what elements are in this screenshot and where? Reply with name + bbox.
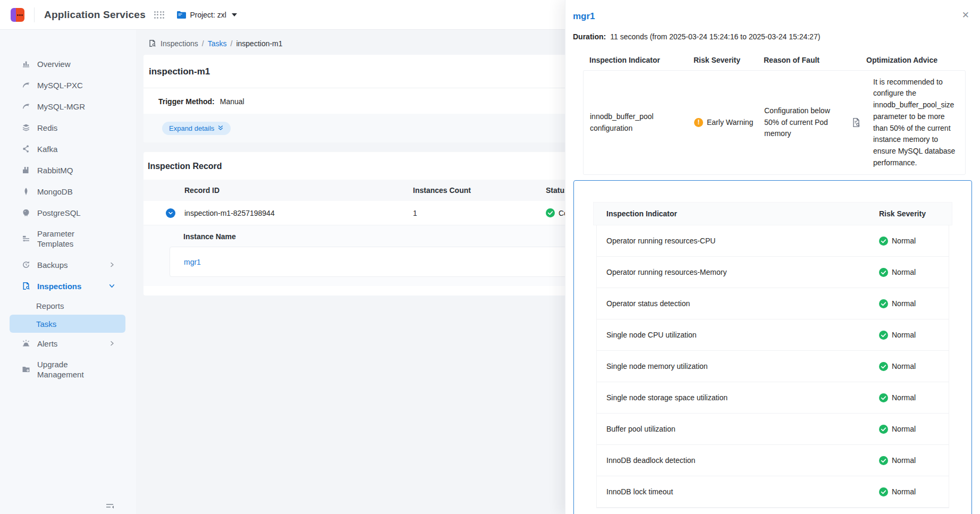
sidebar-item-mongodb[interactable]: MongoDB: [0, 181, 136, 202]
inspection-doc-search-icon: [21, 282, 30, 291]
severity-value: Normal: [892, 299, 916, 308]
bar-chart-icon: [21, 60, 30, 69]
sidebar-item-label: Reports: [36, 301, 64, 310]
breadcrumb-item-tasks[interactable]: Tasks: [208, 39, 227, 48]
column-risk-severity: Risk Severity: [687, 56, 757, 64]
sidebar-item-rabbitmq[interactable]: RabbitMQ: [0, 159, 136, 181]
indicator-label: InnoDB deadlock detection: [597, 456, 879, 465]
sidebar-item-postgresql[interactable]: PostgreSQL: [0, 202, 136, 223]
indicator-label: Operator running resources-Memory: [597, 268, 879, 276]
sidebar-item-redis[interactable]: Redis: [0, 117, 136, 138]
indicator-row: Single node CPU utilization Normal: [597, 319, 949, 351]
sidebar-item-label: MySQL-PXC: [37, 81, 83, 90]
severity-badge: Normal: [879, 425, 949, 434]
template-icon: [21, 234, 30, 243]
collapse-row-icon[interactable]: [166, 208, 175, 218]
collapse-sidebar-icon[interactable]: [105, 502, 114, 512]
indicator-label: Single node CPU utilization: [597, 331, 879, 339]
app-title: Application Services: [44, 9, 146, 21]
check-circle-icon: [879, 487, 888, 496]
sidebar-item-upgrade-management[interactable]: Upgrade Management: [0, 354, 136, 385]
view-report-icon[interactable]: [846, 117, 867, 128]
rabbit-icon: [21, 166, 30, 175]
sidebar-item-overview[interactable]: Overview: [0, 53, 136, 74]
instance-detail-drawer: ✕ mgr1 Duration:11 seconds (from 2025-03…: [565, 0, 980, 514]
instance-name-link[interactable]: mgr1: [184, 258, 201, 266]
sidebar-item-label: MySQL-MGR: [37, 102, 85, 111]
severity-value: Normal: [892, 362, 916, 370]
indicator-label: Operator running resources-CPU: [597, 237, 879, 245]
trigger-method-value: Manual: [220, 97, 244, 106]
check-circle-icon: [879, 237, 888, 246]
app-launcher-icon[interactable]: [154, 11, 165, 19]
sidebar-item-parameter-templates[interactable]: Parameter Templates: [0, 223, 136, 254]
severity-badge: Normal: [879, 331, 949, 340]
chevron-right-icon: [109, 341, 115, 346]
column-instances-count: Instances Count: [413, 186, 546, 195]
leaf-icon: [21, 187, 30, 196]
severity-value: Normal: [892, 456, 916, 465]
indicator-table-body: Operator running resources-CPU Normal Op…: [596, 225, 949, 508]
indicator-label: Buffer pool utilization: [597, 425, 879, 433]
fault-table-header: Inspection Indicator Risk Severity Reaso…: [583, 50, 966, 70]
check-circle-icon: [879, 268, 888, 277]
warning-circle-icon: !: [694, 118, 703, 127]
check-circle-icon: [879, 299, 888, 308]
column-risk-severity: Risk Severity: [879, 209, 952, 218]
sidebar-item-mysql-pxc[interactable]: MySQL-PXC: [0, 74, 136, 96]
divider: [34, 7, 35, 22]
chevron-right-icon: [109, 262, 115, 267]
network-icon: [21, 145, 30, 154]
backup-restore-icon: [21, 260, 30, 269]
sidebar-item-alerts[interactable]: Alerts: [0, 333, 136, 354]
sidebar-item-reports[interactable]: Reports: [10, 297, 125, 315]
breadcrumb-item-current: inspection-m1: [236, 39, 282, 48]
application-window: Application Services Project: zxl Overvi…: [0, 0, 980, 514]
project-label: Project: zxl: [190, 11, 226, 19]
indicator-row: Single node storage space utilization No…: [597, 382, 949, 414]
severity-badge: Normal: [879, 393, 949, 402]
sidebar-item-mysql-mgr[interactable]: MySQL-MGR: [0, 96, 136, 117]
double-chevron-down-icon: [217, 125, 224, 131]
indicator-label: Single node memory utilization: [597, 362, 879, 370]
sidebar-item-label: Inspections: [37, 282, 81, 291]
project-selector[interactable]: Project: zxl: [177, 10, 236, 19]
sidebar: Overview MySQL-PXC MySQL-MGR Redis Kafka: [0, 30, 136, 514]
sidebar-item-label: Upgrade Management: [37, 359, 100, 380]
sidebar-item-kafka[interactable]: Kafka: [0, 138, 136, 159]
dolphin-icon: [21, 81, 30, 90]
sidebar-item-label: Backups: [37, 260, 68, 269]
severity-badge: Normal: [879, 299, 949, 308]
severity-value: Normal: [892, 268, 916, 276]
alarm-icon: [21, 339, 30, 348]
indicator-row: InnoDB deadlock detection Normal: [597, 445, 949, 476]
sidebar-item-backups[interactable]: Backups: [0, 254, 136, 275]
sidebar-item-label: PostgreSQL: [37, 208, 81, 217]
indicator-label: Single node storage space utilization: [597, 393, 879, 402]
sidebar-item-label: Alerts: [37, 339, 57, 348]
reason-value: Configuration below 50% of current Pod m…: [758, 105, 846, 140]
sidebar-item-inspections[interactable]: Inspections: [0, 275, 136, 297]
indicator-table-header: Inspection Indicator Risk Severity: [593, 202, 952, 225]
breadcrumb-separator: /: [231, 39, 233, 48]
indicator-label: InnoDB lock timeout: [597, 487, 879, 496]
breadcrumb-item: Inspections: [160, 39, 198, 48]
expand-details-button[interactable]: Expand details: [162, 122, 231, 135]
check-circle-icon: [879, 456, 888, 465]
trigger-method-label: Trigger Method:: [158, 97, 215, 106]
sidebar-item-label: Kafka: [37, 145, 57, 154]
severity-badge: Normal: [879, 487, 949, 496]
indicator-row: Buffer pool utilization Normal: [597, 414, 949, 445]
duration-value: 11 seconds (from 2025-03-24 15:24:16 to …: [610, 32, 820, 41]
sidebar-item-label: Redis: [37, 123, 57, 132]
column-record-id: Record ID: [184, 186, 413, 195]
sidebar-item-label: Tasks: [36, 319, 56, 328]
indicator-row: Operator status detection Normal: [597, 288, 949, 319]
check-circle-icon: [879, 362, 888, 371]
sidebar-item-tasks[interactable]: Tasks: [10, 315, 125, 333]
close-icon[interactable]: ✕: [962, 11, 969, 20]
duration-row: Duration:11 seconds (from 2025-03-24 15:…: [573, 32, 980, 41]
record-id-value: inspection-m1-8257198944: [184, 209, 413, 217]
indicator-row: InnoDB lock timeout Normal: [597, 476, 949, 508]
project-folder-icon: [177, 10, 186, 19]
